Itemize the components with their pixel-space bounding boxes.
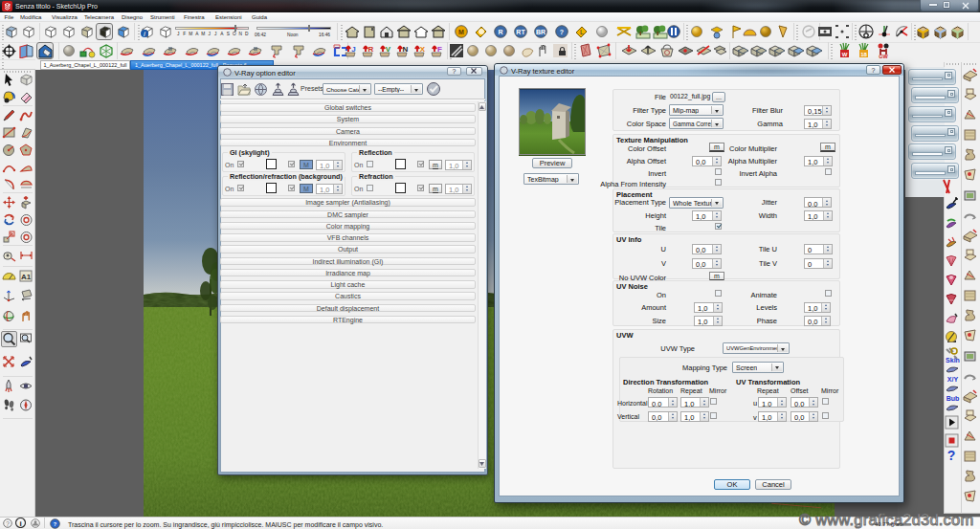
svg-text:W: W <box>842 52 848 57</box>
svg-text:?: ? <box>6 520 10 527</box>
svg-text:?: ? <box>947 448 956 463</box>
svg-text:BR: BR <box>536 29 546 35</box>
svg-text:J: J <box>351 45 355 54</box>
svg-text:A1: A1 <box>21 273 32 281</box>
svg-text:L: L <box>580 29 584 35</box>
svg-text:?: ? <box>560 29 564 35</box>
svg-text:R: R <box>498 29 502 35</box>
svg-text:N: N <box>403 45 409 54</box>
svg-text:M: M <box>458 29 464 35</box>
svg-text:X: X <box>420 45 426 54</box>
svg-text:R: R <box>368 45 374 54</box>
svg-text:F: F <box>437 45 442 54</box>
svg-text:i: i <box>144 30 145 38</box>
svg-text:V: V <box>386 45 391 54</box>
svg-text:18: 18 <box>860 52 867 57</box>
svg-text:i: i <box>19 519 21 528</box>
svg-text:RT: RT <box>516 29 525 35</box>
